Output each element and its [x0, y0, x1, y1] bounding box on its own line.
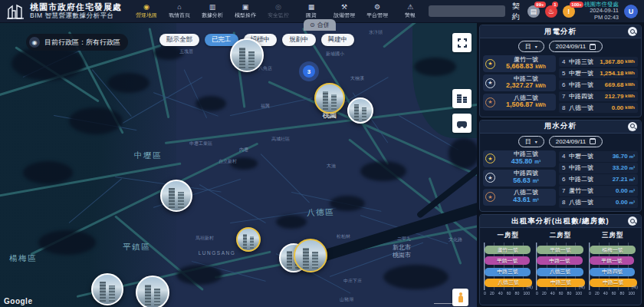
rental-bar: 平鎮一號	[537, 246, 583, 254]
axis-tick: 40	[498, 291, 503, 295]
datetime-label: 2024-09-11 PM 02:43	[583, 8, 619, 21]
axis-tick: 80	[567, 291, 572, 295]
rank-row: 5中路一號33.20m³	[559, 163, 638, 173]
rental-bar: 平鎮一號	[485, 256, 530, 265]
notification-count-badge: 1	[552, 2, 558, 8]
electricity-controls: 日▾ 2024/09/11	[480, 38, 641, 54]
unit: kWh	[625, 82, 635, 87]
electricity-body: ★蘆竹一號5,668.83kWh★中路二號2,327.27kWh★八德二號1,5…	[480, 54, 641, 117]
axis-tick: 20	[542, 291, 547, 295]
water-top3: ★中路三號435.80m³★中路四號56.63m³★八德二號43.61m³	[483, 150, 556, 210]
map-label-street: 中壢工業區	[189, 140, 212, 147]
building-photo-marker[interactable]	[91, 273, 123, 305]
filter-chip-default[interactable]: 興建中	[321, 34, 355, 46]
electricity-period-select[interactable]: 日▾	[518, 41, 544, 52]
electricity-zoom-icon[interactable]	[628, 27, 637, 36]
axis-tick: 100	[523, 291, 530, 295]
axis-tick: 0	[536, 291, 538, 295]
rank-number: 4	[562, 58, 569, 65]
fire-alarm-button[interactable]: ♨1	[545, 5, 557, 18]
map-label-street: 文化路	[449, 236, 462, 243]
app-root: 桃園市政府住宅發展處 BIM 智慧營運數據分析平台 ◉營運地圖⌂戰情首頁▥數據分…	[0, 0, 644, 307]
electricity-top3: ★蘆竹一號5,668.83kWh★中路二號2,327.27kWh★八德二號1,5…	[483, 55, 556, 114]
rank-number: 8	[562, 199, 569, 206]
building-photo-marker[interactable]	[230, 38, 264, 72]
rental-bar: 中路一號	[537, 256, 582, 265]
nav-item-model[interactable]: ▣模型操作	[232, 4, 258, 18]
map-label-street: 山豬湖	[340, 296, 353, 303]
cluster-marker[interactable]: 3	[303, 65, 315, 78]
building-photo-marker[interactable]	[294, 239, 327, 272]
chart-title: 一房型	[484, 231, 532, 240]
electricity-title: 用電分析	[493, 27, 628, 37]
corner-tab-icon: ⊙	[310, 21, 315, 28]
rental-zoom-icon[interactable]	[628, 216, 637, 226]
terrain-patch	[383, 265, 449, 289]
warning-alert-button[interactable]: !100+	[563, 5, 575, 18]
value: 33.20	[613, 164, 628, 171]
nav-item-alarm[interactable]: ⚠警報	[397, 4, 423, 18]
avatar[interactable]: U	[624, 5, 638, 18]
terrain-patch	[196, 96, 226, 111]
building-photo-marker[interactable]	[314, 83, 345, 114]
nav-item-platform[interactable]: ⚙平台管理	[364, 4, 390, 18]
value: 0.00	[612, 104, 624, 111]
nav-item-label: 平台管理	[365, 13, 389, 18]
building-photo-marker[interactable]	[236, 227, 261, 252]
building-photo-marker[interactable]	[160, 180, 192, 212]
nav-item-image[interactable]: ▦圖資	[298, 4, 324, 18]
terrain-patch	[360, 161, 406, 181]
water-zoom-icon[interactable]	[628, 122, 637, 131]
silver-medal-icon: ★	[485, 173, 495, 183]
buildings-layer-button[interactable]	[452, 89, 472, 108]
unit: kWh	[535, 83, 546, 88]
electricity-panel: 用電分析 日▾ 2024/09/11 ★蘆竹一號5,668.83kWh★中路二號…	[479, 25, 642, 117]
rank-number: 4	[562, 153, 569, 160]
nav-item-equipment[interactable]: ⚒設備管理	[331, 4, 357, 18]
map-label-street: 大湳	[327, 163, 336, 170]
electricity-date-picker[interactable]: 2024/09/11	[549, 41, 603, 52]
map-canvas[interactable]: 中壢區八德區平鎮區楊梅區桃園LUNGSANG新北市桃園市水汴頭水汴頭五塊厝新埔國…	[0, 23, 477, 307]
unit: kWh	[625, 94, 635, 98]
rank-card-info: 蘆竹一號5,668.83kWh	[498, 57, 554, 71]
water-date-picker[interactable]: 2024/09/11	[549, 136, 603, 147]
map-label-street: 松柏林	[337, 233, 350, 240]
streetview-pegman-button[interactable]	[452, 289, 468, 306]
rank-row: 8八德一號0.00kWh	[559, 103, 638, 114]
axis-tick: 80	[619, 291, 624, 295]
filter-chip-default[interactable]: 顯示全部	[159, 34, 199, 46]
water-body: ★中路三號435.80m³★中路四號56.63m³★八德二號43.61m³ 4中…	[480, 149, 641, 212]
unit: kWh	[535, 102, 546, 107]
global-search-input[interactable]	[429, 5, 505, 17]
building-photo-marker[interactable]	[347, 97, 373, 124]
rank-row: 7中路四號212.79kWh	[559, 91, 638, 102]
nav-item-map-pin[interactable]: ◉營運地圖	[133, 4, 159, 18]
value: 212.79	[605, 93, 623, 100]
road-minor	[183, 69, 207, 118]
traffic-layer-button[interactable]	[452, 114, 472, 133]
nav-item-dashboard[interactable]: ⌂戰情首頁	[166, 4, 192, 18]
rank-number: 7	[562, 187, 569, 194]
map-corner-tab[interactable]: ⊙ 合併	[304, 19, 336, 31]
water-period-select[interactable]: 日▾	[518, 136, 544, 147]
rank-number: 6	[562, 176, 569, 183]
fullscreen-button[interactable]	[452, 33, 472, 52]
calendar-icon	[590, 44, 596, 50]
filter-chip-default[interactable]: 規劃中	[282, 34, 316, 46]
rank-number: 5	[562, 70, 569, 77]
rental-bar: 平鎮一號	[590, 256, 635, 265]
building-photo-marker[interactable]	[136, 276, 169, 307]
water-panel: 用水分析 日▾ 2024/09/11 ★中路三號435.80m³★中路四號56.…	[479, 120, 642, 213]
nav-item-label: 模型操作	[233, 13, 257, 18]
contract-doc-button[interactable]: ▤99+	[527, 5, 540, 18]
building-name: 八德一號	[569, 104, 612, 112]
unit: m³	[533, 197, 539, 203]
rental-bar: 八德三號	[537, 268, 583, 276]
nav-item-label: 戰情首頁	[167, 13, 191, 18]
nav-item-analysis[interactable]: ▥數據分析	[199, 4, 225, 18]
map-label-street: 自立新村	[219, 158, 237, 165]
rank-card: ★蘆竹一號5,668.83kWh	[483, 55, 556, 72]
nav-item-camera[interactable]: ◎安全監控	[265, 4, 291, 18]
terrain-patch	[330, 196, 365, 211]
rank-row: 5中壢一號1,254.18kWh	[559, 68, 638, 79]
